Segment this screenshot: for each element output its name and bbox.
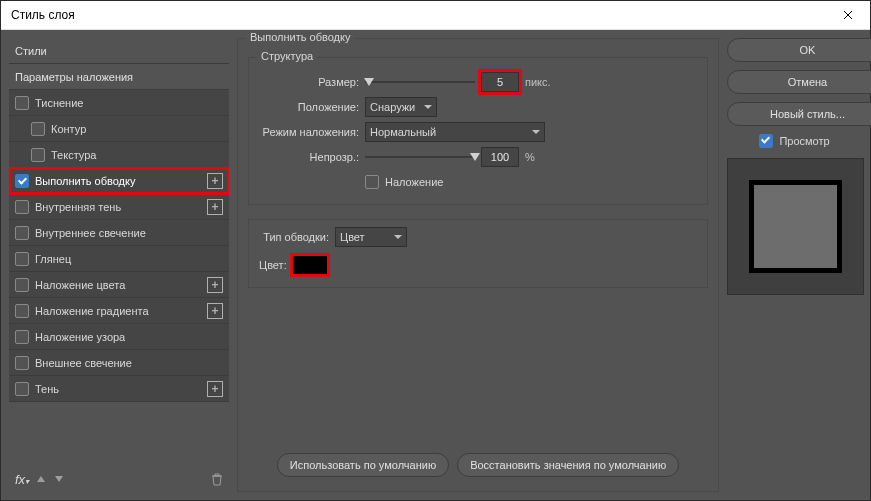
effect-label: Внутренняя тень	[35, 201, 201, 213]
fx-icon[interactable]: fx▾	[15, 472, 29, 487]
effect-label: Внешнее свечение	[35, 357, 223, 369]
delete-icon[interactable]	[211, 472, 223, 486]
effect-row[interactable]: Наложение градиента+	[9, 298, 229, 324]
effect-checkbox[interactable]	[15, 174, 29, 188]
effect-row[interactable]: Наложение цвета+	[9, 272, 229, 298]
overprint-label: Наложение	[385, 176, 443, 188]
opacity-slider[interactable]	[365, 150, 475, 164]
position-label: Положение:	[259, 101, 359, 113]
sidebar-footer: fx▾	[9, 466, 229, 492]
effect-label: Контур	[51, 123, 223, 135]
effect-checkbox[interactable]	[15, 96, 29, 110]
effect-label: Внутреннее свечение	[35, 227, 223, 239]
cancel-button[interactable]: Отмена	[727, 70, 871, 94]
ok-button[interactable]: OK	[727, 38, 871, 62]
add-effect-icon[interactable]: +	[207, 199, 223, 215]
size-slider[interactable]	[365, 75, 475, 89]
effect-row[interactable]: Внутреннее свечение	[9, 220, 229, 246]
position-value: Снаружи	[370, 101, 415, 113]
effect-label: Наложение цвета	[35, 279, 201, 291]
preview-toggle[interactable]: Просмотр	[727, 134, 862, 148]
sidebar-header-styles[interactable]: Стили	[9, 38, 229, 64]
effect-checkbox[interactable]	[15, 200, 29, 214]
effect-row[interactable]: Тень+	[9, 376, 229, 402]
sidebar-header-styles-label: Стили	[15, 45, 223, 57]
preview-swatch-inner	[749, 180, 843, 274]
overprint-checkbox[interactable]	[365, 175, 379, 189]
opacity-unit: %	[525, 151, 535, 163]
effect-label: Тень	[35, 383, 201, 395]
close-icon	[843, 10, 853, 20]
make-default-button[interactable]: Использовать по умолчанию	[277, 453, 449, 477]
structure-group: Структура Размер: 5 пикс. Положение: Сна…	[248, 57, 708, 205]
effect-label: Наложение градиента	[35, 305, 201, 317]
preview-swatch	[727, 158, 864, 295]
effect-checkbox[interactable]	[15, 252, 29, 266]
effect-row[interactable]: Внутренняя тень+	[9, 194, 229, 220]
position-select[interactable]: Снаружи	[365, 97, 437, 117]
size-label: Размер:	[259, 76, 359, 88]
blend-label: Режим наложения:	[259, 126, 359, 138]
dialog-buttons: OK Отмена Новый стиль... Просмотр	[727, 38, 862, 492]
fill-group: Тип обводки: Цвет Цвет:	[248, 219, 708, 288]
titlebar: Стиль слоя	[1, 1, 870, 30]
chevron-down-icon	[394, 235, 402, 239]
effect-label: Наложение узора	[35, 331, 223, 343]
opacity-label: Непрозр.:	[259, 151, 359, 163]
effect-row[interactable]: Внешнее свечение	[9, 350, 229, 376]
effect-row[interactable]: Тиснение	[9, 90, 229, 116]
blend-mode-select[interactable]: Нормальный	[365, 122, 545, 142]
effect-checkbox[interactable]	[15, 226, 29, 240]
effect-row[interactable]: Выполнить обводку+	[9, 168, 229, 194]
checkbox-checked-icon	[759, 134, 773, 148]
size-input[interactable]: 5	[481, 72, 519, 92]
color-label: Цвет:	[259, 259, 287, 271]
effect-checkbox[interactable]	[31, 148, 45, 162]
blend-value: Нормальный	[370, 126, 436, 138]
effect-label: Текстура	[51, 149, 223, 161]
new-style-button[interactable]: Новый стиль...	[727, 102, 871, 126]
filltype-label: Тип обводки:	[259, 231, 329, 243]
sidebar-header-blending-label: Параметры наложения	[15, 71, 223, 83]
effect-checkbox[interactable]	[31, 122, 45, 136]
add-effect-icon[interactable]: +	[207, 173, 223, 189]
stroke-group: Выполнить обводку Структура Размер: 5 пи…	[237, 38, 719, 492]
add-effect-icon[interactable]: +	[207, 303, 223, 319]
options-panel: Выполнить обводку Структура Размер: 5 пи…	[237, 38, 719, 492]
reset-default-button[interactable]: Восстановить значения по умолчанию	[457, 453, 679, 477]
window-title: Стиль слоя	[11, 8, 75, 22]
effect-label: Глянец	[35, 253, 223, 265]
size-unit: пикс.	[525, 76, 551, 88]
effect-checkbox[interactable]	[15, 356, 29, 370]
effect-row[interactable]: Глянец	[9, 246, 229, 272]
effect-checkbox[interactable]	[15, 382, 29, 396]
effect-row[interactable]: Текстура	[9, 142, 229, 168]
sidebar-header-blending[interactable]: Параметры наложения	[9, 64, 229, 90]
styles-sidebar: Стили Параметры наложения ТиснениеКонтур…	[9, 38, 229, 492]
effect-checkbox[interactable]	[15, 330, 29, 344]
move-up-icon[interactable]	[35, 473, 47, 485]
filltype-select[interactable]: Цвет	[335, 227, 407, 247]
preview-label: Просмотр	[779, 135, 829, 147]
chevron-down-icon	[424, 105, 432, 109]
effect-checkbox[interactable]	[15, 304, 29, 318]
stroke-group-title: Выполнить обводку	[246, 31, 354, 43]
window-close-button[interactable]	[825, 1, 870, 29]
move-down-icon[interactable]	[53, 473, 65, 485]
effect-row[interactable]: Наложение узора	[9, 324, 229, 350]
effect-row[interactable]: Контур	[9, 116, 229, 142]
effect-checkbox[interactable]	[15, 278, 29, 292]
color-swatch[interactable]	[293, 256, 327, 274]
effect-label: Выполнить обводку	[35, 175, 201, 187]
add-effect-icon[interactable]: +	[207, 277, 223, 293]
chevron-down-icon	[532, 130, 540, 134]
effect-label: Тиснение	[35, 97, 223, 109]
structure-group-title: Структура	[257, 50, 317, 62]
opacity-input[interactable]: 100	[481, 147, 519, 167]
add-effect-icon[interactable]: +	[207, 381, 223, 397]
layer-style-dialog: Стиль слоя Стили Параметры наложения Тис…	[0, 0, 871, 501]
filltype-value: Цвет	[340, 231, 365, 243]
